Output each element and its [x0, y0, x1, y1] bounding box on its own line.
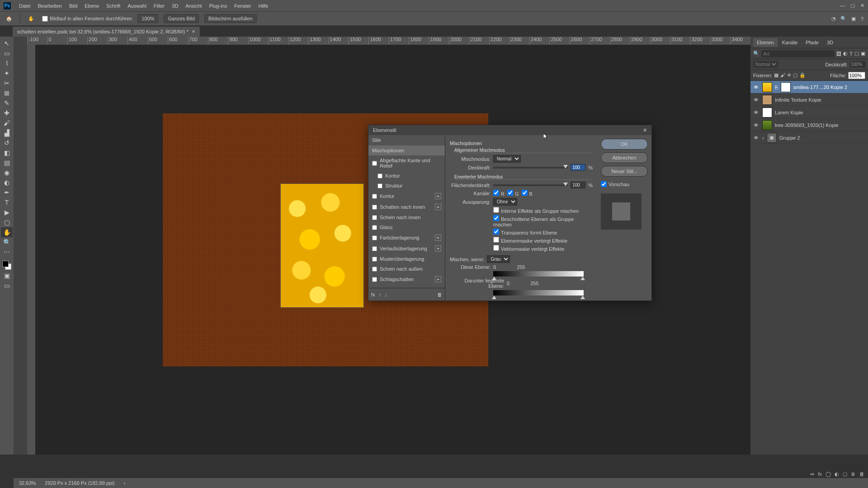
lock-transparency-icon[interactable]: ▦ — [774, 72, 778, 78]
visibility-icon[interactable]: 👁 — [752, 110, 760, 115]
dialog-titlebar[interactable]: Ebenenstil ✕ — [368, 125, 651, 135]
hand-tool-icon[interactable]: ✋ — [26, 13, 37, 24]
menu-ansicht[interactable]: Ansicht — [182, 2, 205, 10]
style-item[interactable]: Kontur — [368, 171, 445, 181]
style-item[interactable]: Glanz — [368, 222, 445, 232]
marquee-tool-icon[interactable]: ▭ — [1, 48, 13, 58]
visibility-icon[interactable]: 👁 — [752, 97, 760, 103]
document-info[interactable]: 2920 Px x 2160 Px (182,88 ppi) — [45, 480, 114, 486]
menu-auswahl[interactable]: Auswahl — [124, 2, 150, 10]
menu-3d[interactable]: 3D — [168, 2, 182, 10]
blend-interior-checkbox[interactable]: Interne Effekte als Gruppe mischen — [493, 207, 579, 214]
lock-all-icon[interactable]: 🔒 — [799, 72, 806, 78]
opacity-input[interactable] — [850, 61, 865, 67]
screen-mode-icon[interactable]: ▭ — [1, 281, 13, 291]
visibility-icon[interactable]: 👁 — [752, 135, 760, 141]
panel-tab-3d[interactable]: 3D — [823, 38, 837, 47]
transparency-shapes-checkbox[interactable]: Transparenz formt Ebene — [493, 229, 557, 235]
zoom-level[interactable]: 32,63% — [19, 480, 36, 486]
zoom-tool-icon[interactable]: 🔍 — [1, 237, 13, 247]
adjustment-layer-icon[interactable]: ◐ — [835, 471, 839, 477]
chevron-right-icon[interactable]: › — [123, 480, 125, 486]
search-icon[interactable]: 🔍 — [840, 16, 847, 22]
layer-style-icon[interactable]: fx — [818, 471, 822, 477]
fill-screen-button[interactable]: Bildschirm ausfüllen — [204, 14, 257, 23]
dodge-tool-icon[interactable]: ◐ — [1, 178, 13, 188]
delete-style-icon[interactable]: 🗑 — [437, 292, 442, 297]
type-tool-icon[interactable]: T — [1, 197, 13, 207]
menu-filter[interactable]: Filter — [150, 2, 168, 10]
menu-fenster[interactable]: Fenster — [231, 2, 255, 10]
style-item[interactable]: Struktur — [368, 181, 445, 191]
visibility-icon[interactable]: 👁 — [752, 84, 760, 90]
menu-bild[interactable]: Bild — [66, 2, 81, 10]
move-tool-icon[interactable]: ↖ — [1, 38, 13, 48]
window-restore-icon[interactable]: ▢ — [850, 3, 855, 9]
channel-g-checkbox[interactable]: G — [507, 190, 519, 197]
brush-tool-icon[interactable]: 🖌 — [1, 118, 13, 128]
style-item[interactable]: Schein nach außen — [368, 264, 445, 274]
layer-row[interactable]: 👁Larem Kopie — [750, 106, 868, 119]
filter-image-icon[interactable]: 🖼 — [836, 51, 841, 56]
lasso-tool-icon[interactable]: ⌇ — [1, 58, 13, 68]
link-icon[interactable]: ⎘ — [775, 84, 778, 90]
workspace-icon[interactable]: ▣ — [851, 16, 856, 22]
eyedropper-tool-icon[interactable]: ✎ — [1, 98, 13, 108]
quick-select-tool-icon[interactable]: ✦ — [1, 68, 13, 78]
menu-schrift[interactable]: Schrift — [103, 2, 124, 10]
fit-screen-button[interactable]: Ganzes Bild — [164, 14, 198, 23]
window-minimize-icon[interactable]: — — [840, 3, 845, 9]
delete-layer-icon[interactable]: 🗑 — [859, 471, 864, 477]
preview-checkbox[interactable]: Vorschau — [601, 181, 648, 187]
home-icon[interactable]: 🏠 — [4, 13, 14, 24]
hand-tool-icon[interactable]: ✋ — [1, 227, 13, 237]
group-icon[interactable]: ▢ — [843, 471, 847, 477]
filter-type-icon[interactable]: T — [849, 51, 853, 56]
opacity-slider[interactable] — [493, 167, 568, 169]
visibility-icon[interactable]: 👁 — [752, 122, 760, 128]
edit-toolbar-icon[interactable]: ⋯ — [1, 247, 13, 257]
quick-mask-icon[interactable]: ▣ — [1, 271, 13, 281]
channel-b-checkbox[interactable]: B — [522, 190, 533, 197]
fill-input[interactable] — [848, 72, 865, 79]
add-effect-icon[interactable]: + — [435, 276, 441, 282]
filter-smart-icon[interactable]: ▣ — [861, 51, 865, 56]
frame-tool-icon[interactable]: ⊠ — [1, 88, 13, 98]
add-effect-icon[interactable]: + — [435, 245, 441, 252]
close-icon[interactable]: × — [192, 28, 195, 35]
gradient-tool-icon[interactable]: ▤ — [1, 158, 13, 168]
vector-mask-hides-checkbox[interactable]: Vektormaske verbirgt Effekte — [493, 245, 564, 252]
blend-mode-select[interactable]: Normal — [753, 61, 778, 68]
style-item[interactable]: Kontur+ — [368, 191, 445, 202]
healing-tool-icon[interactable]: ✚ — [1, 108, 13, 118]
scroll-all-windows-checkbox[interactable]: Bildlauf in allen Fenstern durchführen — [42, 16, 132, 22]
blend-if-select[interactable]: Grau — [487, 255, 510, 263]
fill-opacity-slider[interactable] — [493, 184, 568, 186]
panel-tab-kanäle[interactable]: Kanäle — [778, 38, 801, 47]
underlying-layer-gradient[interactable] — [493, 290, 584, 296]
this-layer-gradient[interactable] — [493, 271, 584, 277]
lock-artboard-icon[interactable]: ▢ — [793, 72, 797, 78]
add-effect-icon[interactable]: + — [435, 193, 441, 199]
style-item[interactable]: Musterüberlagerung — [368, 254, 445, 264]
layer-filter-input[interactable] — [761, 50, 835, 57]
layer-row[interactable]: 👁Infinite Texture Kopie — [750, 94, 868, 106]
crop-tool-icon[interactable]: ✂ — [1, 78, 13, 88]
new-layer-icon[interactable]: 🗎 — [851, 471, 856, 477]
link-layers-icon[interactable]: ⇔ — [810, 471, 814, 477]
channel-r-checkbox[interactable]: R — [493, 190, 505, 197]
shape-tool-icon[interactable]: ▢ — [1, 217, 13, 227]
eraser-tool-icon[interactable]: ◧ — [1, 148, 13, 158]
blur-tool-icon[interactable]: ◉ — [1, 168, 13, 178]
menu-ebene[interactable]: Ebene — [81, 2, 103, 10]
cancel-button[interactable]: Abbrechen — [601, 152, 648, 163]
style-item[interactable]: Schlagschatten+ — [368, 274, 445, 285]
add-effect-icon[interactable]: + — [435, 235, 441, 241]
window-close-icon[interactable]: ✕ — [860, 3, 864, 9]
fill-opacity-input[interactable] — [571, 182, 585, 188]
cloud-docs-icon[interactable]: ◔ — [831, 16, 836, 22]
layer-row[interactable]: 👁tree-3095683_1920(1) Kopie — [750, 119, 868, 131]
stamp-tool-icon[interactable]: ▟ — [1, 128, 13, 138]
panel-tab-ebenen[interactable]: Ebenen — [753, 38, 778, 47]
move-up-icon[interactable]: ↑ — [379, 292, 382, 297]
